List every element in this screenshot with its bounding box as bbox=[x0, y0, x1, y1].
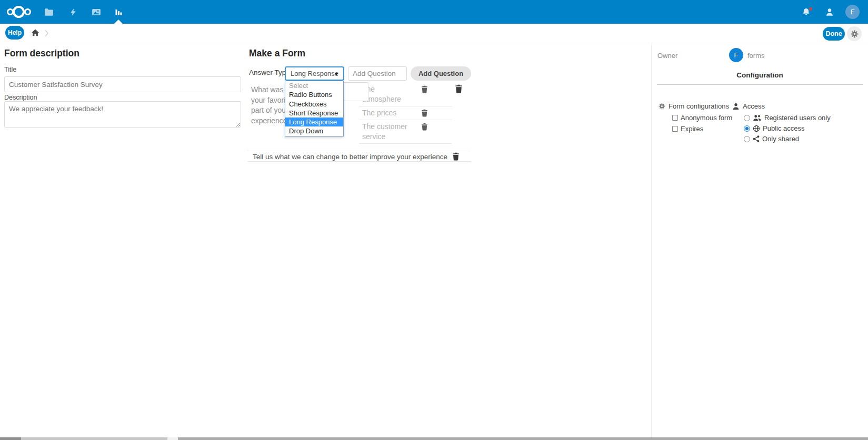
option-text[interactable]: The prices bbox=[362, 108, 408, 118]
dropdown-option-checkboxes[interactable]: Checkboxes bbox=[285, 100, 343, 109]
dropdown-option-short-response[interactable]: Short Response bbox=[285, 109, 343, 118]
expires-checkbox[interactable] bbox=[672, 126, 678, 132]
question-title[interactable]: Tell us what we can change to better imp… bbox=[253, 153, 447, 161]
configuration-sidebar: Owner F forms Configuration Form configu… bbox=[651, 44, 868, 440]
notification-dot bbox=[809, 7, 812, 11]
form-description-heading: Form description bbox=[4, 48, 79, 59]
group-icon bbox=[753, 114, 762, 121]
gear-icon bbox=[851, 30, 859, 38]
contacts-icon bbox=[825, 7, 834, 17]
registered-users-radio[interactable] bbox=[744, 115, 750, 121]
option-text[interactable]: The atmosphere bbox=[362, 84, 408, 104]
logo-ring-right bbox=[24, 8, 31, 15]
divider bbox=[657, 84, 863, 85]
access-label: Access bbox=[743, 102, 765, 110]
public-access-label: Public access bbox=[763, 124, 804, 132]
add-question-input[interactable] bbox=[348, 66, 407, 81]
user-avatar[interactable]: F bbox=[845, 5, 860, 19]
configuration-heading: Configuration bbox=[652, 71, 868, 79]
dropdown-option-drop-down[interactable]: Drop Down bbox=[285, 126, 343, 135]
owner-label: Owner bbox=[657, 52, 677, 60]
registered-users-label: Registered users only bbox=[764, 114, 831, 122]
active-app-indicator bbox=[114, 19, 123, 24]
access-only-shared-option[interactable]: Only shared bbox=[744, 135, 799, 143]
forms-app-window: F Help Done Form description Title Descr… bbox=[0, 0, 868, 440]
description-label: Description bbox=[4, 94, 37, 101]
delete-question-button[interactable] bbox=[455, 84, 463, 93]
form-title-input[interactable] bbox=[4, 76, 241, 92]
horizontal-scrollbar-track[interactable] bbox=[167, 437, 178, 440]
question-row: Tell us what we can change to better imp… bbox=[247, 151, 471, 162]
top-header-bar: F bbox=[0, 0, 868, 24]
public-access-radio[interactable] bbox=[744, 125, 750, 132]
share-icon bbox=[753, 135, 760, 142]
app-files[interactable] bbox=[43, 6, 55, 18]
expires-option[interactable]: Expires bbox=[672, 125, 703, 133]
question-options-list: The atmosphere The prices The customer s… bbox=[359, 83, 452, 144]
answer-type-select[interactable]: Long Response bbox=[285, 66, 344, 81]
dropdown-option-long-response[interactable]: Long Response bbox=[285, 118, 343, 126]
help-button[interactable]: Help bbox=[5, 26, 24, 40]
bar-chart-icon bbox=[114, 8, 123, 17]
anonymous-form-label: Anonymous form bbox=[681, 114, 732, 122]
lightning-icon bbox=[69, 7, 77, 17]
globe-icon bbox=[753, 125, 760, 132]
only-shared-radio[interactable] bbox=[744, 136, 750, 142]
settings-button[interactable] bbox=[847, 26, 862, 41]
delete-option-button[interactable] bbox=[421, 85, 428, 93]
anonymous-form-checkbox[interactable] bbox=[672, 115, 678, 121]
access-header: Access bbox=[732, 102, 765, 110]
app-forms[interactable] bbox=[112, 6, 125, 18]
make-a-form-heading: Make a Form bbox=[249, 48, 305, 59]
form-configurations-header: Form configurations bbox=[659, 102, 729, 110]
home-icon bbox=[31, 28, 41, 37]
option-row: The customer service bbox=[359, 120, 452, 144]
gear-icon bbox=[659, 103, 665, 110]
person-icon bbox=[732, 103, 740, 110]
only-shared-label: Only shared bbox=[762, 135, 799, 143]
owner-avatar: F bbox=[729, 48, 743, 62]
dropdown-option-radio-buttons[interactable]: Radio Buttons bbox=[285, 90, 343, 99]
answer-type-selected-value: Long Response bbox=[286, 70, 338, 77]
add-question-button[interactable]: Add Question bbox=[411, 66, 471, 81]
title-label: Title bbox=[4, 66, 16, 73]
delete-option-button[interactable] bbox=[421, 123, 428, 131]
anonymous-form-option[interactable]: Anonymous form bbox=[672, 114, 732, 122]
access-registered-users-option[interactable]: Registered users only bbox=[744, 114, 831, 122]
option-text[interactable]: The customer service bbox=[362, 122, 408, 142]
access-public-option[interactable]: Public access bbox=[744, 124, 804, 132]
breadcrumb-toolbar: Help Done bbox=[0, 24, 868, 44]
horizontal-scrollbar-track[interactable] bbox=[21, 437, 167, 440]
expires-label: Expires bbox=[681, 125, 703, 133]
bell-icon bbox=[802, 7, 811, 17]
nextcloud-logo[interactable] bbox=[7, 5, 31, 19]
notifications-button[interactable] bbox=[800, 6, 812, 18]
answer-type-dropdown-list: Select Radio Buttons Checkboxes Short Re… bbox=[285, 81, 344, 136]
app-activity[interactable] bbox=[67, 6, 79, 18]
image-icon bbox=[92, 7, 101, 17]
form-configurations-label: Form configurations bbox=[669, 102, 729, 110]
owner-name: forms bbox=[747, 52, 765, 60]
chevron-right-icon bbox=[42, 28, 51, 38]
option-row: The atmosphere bbox=[359, 83, 452, 106]
delete-question-button[interactable] bbox=[452, 152, 460, 161]
dropdown-option-select[interactable]: Select bbox=[285, 81, 343, 90]
folder-icon bbox=[44, 7, 54, 17]
horizontal-scrollbar-thumb[interactable] bbox=[0, 437, 21, 440]
option-row: The prices bbox=[359, 106, 452, 120]
form-description-textarea[interactable]: We appreciate your feedback! bbox=[4, 101, 241, 128]
breadcrumb-home[interactable] bbox=[31, 28, 41, 38]
done-button[interactable]: Done bbox=[823, 27, 845, 41]
app-gallery[interactable] bbox=[90, 6, 103, 18]
logo-ring-center bbox=[13, 6, 25, 18]
delete-option-button[interactable] bbox=[421, 109, 428, 117]
contacts-button[interactable] bbox=[823, 6, 836, 18]
chevron-down-icon bbox=[334, 73, 338, 75]
horizontal-scrollbar-thumb[interactable] bbox=[178, 437, 868, 440]
